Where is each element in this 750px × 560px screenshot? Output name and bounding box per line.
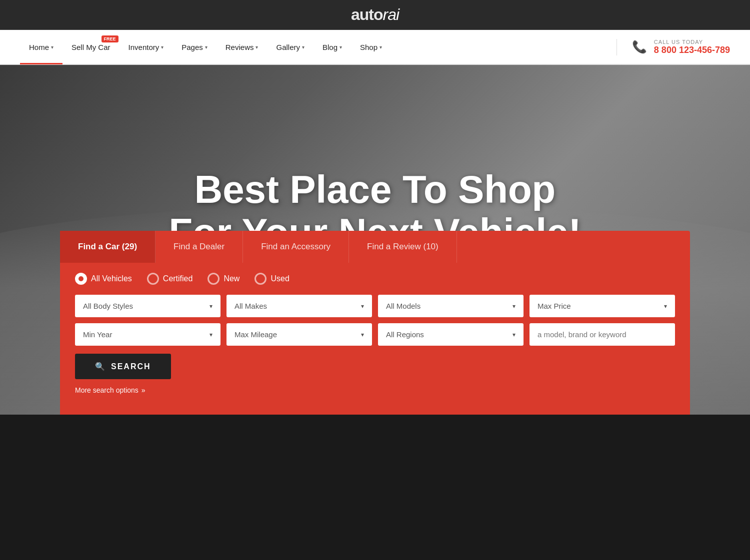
nav-label-inventory: Inventory [128,43,160,51]
chevron-down-icon: ▾ [380,44,382,50]
phone-number[interactable]: 8 800 123-456-789 [654,45,730,55]
radio-used[interactable]: Used [254,273,289,285]
radio-label-used: Used [270,274,289,283]
radio-label-certified: Certified [163,274,193,283]
nav-item-gallery[interactable]: Gallery ▾ [267,29,314,64]
search-button-label: SEARCH [111,362,151,371]
chevron-down-icon: ▾ [340,44,342,50]
nav-item-pages[interactable]: Pages ▾ [172,29,216,64]
radio-label-new: New [224,274,240,283]
search-button[interactable]: 🔍 SEARCH [75,354,171,379]
chevron-down-icon: ▾ [512,331,516,338]
radio-all-vehicles[interactable]: All Vehicles [75,273,132,285]
nav-left: Home ▾ Sell My Car FREE Inventory ▾ Page… [20,29,616,64]
tab-find-accessory[interactable]: Find an Accessory [243,231,349,263]
radio-circle-new [208,273,220,285]
nav-item-inventory[interactable]: Inventory ▾ [120,29,173,64]
filter-area: All Vehicles Certified New Used [60,263,690,400]
radio-certified[interactable]: Certified [147,273,193,285]
dropdown-max-mileage[interactable]: Max Mileage ▾ [226,323,372,346]
radio-label-all: All Vehicles [91,274,132,283]
nav-item-home[interactable]: Home ▾ [20,29,62,64]
logo[interactable]: autorai [351,5,399,24]
dropdown-body-styles[interactable]: All Body Styles ▾ [75,295,220,317]
nav-item-shop[interactable]: Shop ▾ [351,29,391,64]
nav-label-shop: Shop [360,43,378,51]
dropdown-all-regions[interactable]: All Regions ▾ [378,323,524,346]
dropdown-row-1: All Body Styles ▾ All Makes ▾ All Models… [75,295,675,317]
chevron-down-icon: ▾ [161,44,164,50]
nav-label-pages: Pages [182,43,203,51]
keyword-search-input[interactable] [530,323,675,346]
radio-new[interactable]: New [208,273,240,285]
nav-label-gallery: Gallery [276,43,300,51]
search-icon: 🔍 [95,362,106,371]
hero-title-line1: Best Place To Shop [168,168,581,211]
more-options-icon: » [142,386,146,394]
top-bar: autorai [0,0,750,30]
nav-label-blog: Blog [322,43,338,51]
chevron-down-icon: ▾ [210,303,212,310]
nav-item-sell[interactable]: Sell My Car FREE [62,29,120,64]
dropdown-min-year[interactable]: Min Year ▾ [75,323,220,346]
hero-section: Best Place To Shop For Your Next Vehicle… [0,65,750,415]
search-input-row: Min Year ▾ Max Mileage ▾ All Regions ▾ [75,323,675,346]
nav-label-reviews: Reviews [226,43,254,51]
chevron-down-icon: ▾ [51,44,54,50]
logo-rai: rai [382,5,399,23]
free-badge: FREE [102,35,118,42]
chevron-down-icon: ▾ [256,44,258,50]
dropdown-makes[interactable]: All Makes ▾ [226,295,372,317]
nav-item-reviews[interactable]: Reviews ▾ [216,29,268,64]
chevron-down-icon: ▾ [361,303,364,310]
nav-label-sell: Sell My Car [72,43,110,51]
radio-circle-certified [147,273,159,285]
search-panel: Find a Car (29) Find a Dealer Find an Ac… [60,231,690,415]
call-us-label: CALL US TODAY [654,39,730,45]
nav-bar: Home ▾ Sell My Car FREE Inventory ▾ Page… [0,30,750,65]
vehicle-type-radio-group: All Vehicles Certified New Used [75,273,675,285]
dropdown-models[interactable]: All Models ▾ [378,295,524,317]
tab-find-review[interactable]: Find a Review (10) [349,231,457,263]
dropdown-max-price[interactable]: Max Price ▾ [530,295,675,317]
tab-find-car[interactable]: Find a Car (29) [60,231,156,263]
more-search-options[interactable]: More search options » [75,386,146,394]
chevron-down-icon: ▾ [302,44,304,50]
search-tabs: Find a Car (29) Find a Dealer Find an Ac… [60,231,690,263]
radio-circle-all [75,273,87,285]
nav-right: 📞 CALL US TODAY 8 800 123-456-789 [616,39,730,55]
phone-info: CALL US TODAY 8 800 123-456-789 [654,39,730,55]
nav-label-home: Home [29,43,49,51]
chevron-down-icon: ▾ [664,303,667,310]
chevron-down-icon: ▾ [512,303,516,310]
phone-icon: 📞 [632,40,647,54]
radio-circle-used [254,273,266,285]
tab-find-dealer[interactable]: Find a Dealer [156,231,243,263]
chevron-down-icon: ▾ [205,44,208,50]
search-panel-wrapper: Find a Car (29) Find a Dealer Find an Ac… [30,311,720,415]
logo-auto: auto [351,5,383,23]
more-options-label: More search options [75,386,138,394]
nav-item-blog[interactable]: Blog ▾ [314,29,351,64]
chevron-down-icon: ▾ [361,331,364,338]
chevron-down-icon: ▾ [210,331,212,338]
